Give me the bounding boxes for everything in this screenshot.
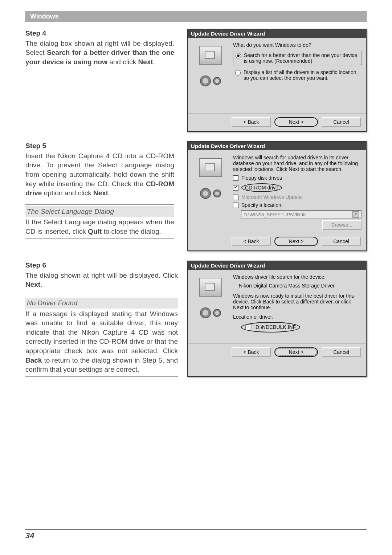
step-4-text3: . (153, 58, 155, 66)
wizard-illustration-6 (192, 274, 229, 340)
aside5-text2: to close the dialog. (102, 228, 161, 235)
dlg4-heading: What do you want Windows to do? (233, 42, 362, 48)
radio-search-better[interactable]: Search for a better driver than the one … (233, 51, 362, 65)
checkbox-windows-update-label: Microsoft Windows Update (241, 194, 302, 200)
step-4-block: Step 4 The dialog box shown at right wil… (25, 29, 367, 132)
dropdown-arrow-icon[interactable]: ▾ (352, 211, 359, 218)
checkbox-cdrom-label: CD-ROM drive (241, 183, 282, 192)
dialog-title-5: Update Device Driver Wizard (188, 142, 366, 150)
step-6-block: Step 6 The dialog shown at right will be… (25, 261, 367, 377)
radio-empty-icon (235, 70, 241, 76)
step-4-text2: and click (107, 58, 138, 66)
next-button[interactable]: Next > (274, 237, 318, 246)
dialog-title: Update Device Driver Wizard (188, 29, 366, 38)
section-header: Windows (25, 11, 367, 22)
step-5-body: Insert the Nikon Capture 4 CD into a CD-… (25, 151, 174, 198)
cancel-button[interactable]: Cancel (322, 117, 361, 127)
radio-display-list-label: Display a list of all the drivers in a s… (244, 69, 359, 81)
step-5-title: Step 5 (25, 141, 174, 151)
aside5-bold-quit: Quit (88, 228, 102, 235)
checkbox-cdrom[interactable]: CD-ROM drive (233, 183, 362, 192)
dialog-step5: Update Device Driver Wizard Windows will… (187, 141, 367, 251)
checkbox-windows-update[interactable]: Microsoft Windows Update (233, 194, 362, 200)
dlg6-location-path: D:\NDCBULK.INF (256, 324, 296, 330)
computer-icon (199, 158, 222, 177)
document-icon (245, 325, 252, 330)
dialog-step4: Update Device Driver Wizard What do you … (187, 29, 367, 132)
dlg6-heading: Windows driver file search for the devic… (233, 274, 362, 280)
back-button[interactable]: < Back (232, 347, 271, 357)
next-button[interactable]: Next > (274, 117, 318, 127)
dialog-step6: Update Device Driver Wizard Windows driv… (187, 261, 367, 377)
checkbox-floppy[interactable]: Floppy disk drives (233, 175, 362, 181)
step-5-text2: option and click (42, 189, 93, 197)
back-button[interactable]: < Back (232, 117, 271, 127)
step-6-text: The dialog shown at right will be displa… (25, 272, 178, 279)
dlg6-device-name: Nikon Digital Camera Mass Storage Driver (239, 283, 362, 289)
checkbox-specify-location[interactable]: Specify a location: (233, 202, 362, 208)
radio-dot-icon (236, 53, 241, 58)
checkbox-checked-icon (233, 185, 238, 191)
checkbox-empty-icon (233, 203, 238, 208)
location-path-value: D:\WIN98_SE\SETUP\WIN98 (244, 212, 306, 217)
dlg6-location-row: D:\NDCBULK.INF (241, 322, 362, 332)
dlg6-ready-text: Windows is now ready to install the best… (233, 293, 362, 310)
aside-title-select-language: The Select Language Dialog (25, 206, 174, 217)
dlg6-location-label: Location of driver: (233, 314, 362, 320)
step-5-text3: . (108, 189, 110, 197)
checkbox-floppy-label: Floppy disk drives (241, 175, 282, 181)
dlg5-heading: Windows will search for updated drivers … (233, 155, 362, 172)
step-6-title: Step 6 (25, 261, 178, 270)
gears-icon (198, 184, 223, 203)
step-5-bold-next: Next (93, 189, 108, 197)
step-4-body: The dialog box shown at right will be di… (25, 39, 174, 67)
radio-search-better-label: Search for a better driver than the one … (244, 52, 359, 64)
page-number: 34 (25, 529, 367, 540)
step-6-bold-next: Next (25, 281, 40, 288)
step-6-aside: No Driver Found If a message is displaye… (25, 296, 178, 377)
cancel-button[interactable]: Cancel (322, 237, 361, 246)
step-6-text2: . (40, 281, 42, 288)
computer-icon (199, 278, 222, 297)
step-5-block: Step 5 Insert the Nikon Capture 4 CD int… (25, 141, 367, 251)
aside-title-no-driver: No Driver Found (25, 298, 178, 309)
radio-display-list[interactable]: Display a list of all the drivers in a s… (233, 68, 362, 82)
gears-icon (198, 72, 223, 90)
computer-icon (199, 46, 222, 65)
dialog-title-6: Update Device Driver Wizard (188, 261, 366, 270)
back-button[interactable]: < Back (232, 237, 271, 246)
step-6-body: The dialog shown at right will be displa… (25, 271, 178, 289)
browse-button[interactable]: Browse... (322, 220, 362, 230)
step-4-bold-next: Next (138, 58, 153, 66)
wizard-illustration (192, 42, 229, 110)
aside6-text2: to return to the dialog shown in Step 5,… (25, 356, 178, 374)
cancel-button[interactable]: Cancel (322, 347, 361, 357)
step-4-title: Step 4 (25, 29, 174, 38)
next-button[interactable]: Next > (274, 347, 318, 357)
step-5-aside: The Select Language Dialog If the Select… (25, 204, 174, 239)
gears-icon (198, 304, 223, 322)
checkbox-empty-icon (233, 175, 238, 181)
aside6-bold-back: Back (25, 356, 42, 364)
location-path-input[interactable]: D:\WIN98_SE\SETUP\WIN98 ▾ (241, 210, 362, 219)
checkbox-empty-icon (233, 195, 238, 200)
wizard-illustration-5 (192, 155, 229, 230)
aside6-text: If a message is displayed stating that W… (25, 310, 178, 355)
checkbox-specify-location-label: Specify a location: (241, 202, 283, 208)
